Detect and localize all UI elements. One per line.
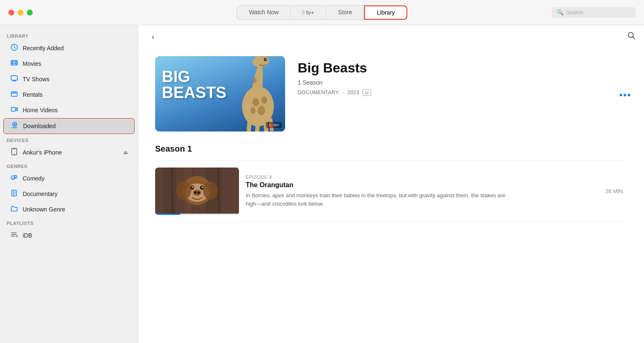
episode-thumbnail xyxy=(155,168,239,215)
show-poster: BIGBEASTS 🍎tv+ xyxy=(155,56,285,132)
svg-line-37 xyxy=(257,122,258,132)
show-genre: DOCUMENTARY xyxy=(298,90,339,95)
search-bar[interactable]: 🔍 Search xyxy=(552,7,636,18)
film-icon xyxy=(10,59,18,68)
apple-logo-icon:  xyxy=(302,9,304,15)
tab-watch-now[interactable]: Watch Now xyxy=(236,5,291,20)
sidebar-item-home-videos[interactable]: Home Videos xyxy=(3,103,135,118)
sidebar-item-unknown-genre[interactable]: Unknown Genre xyxy=(3,202,135,217)
svg-rect-41 xyxy=(164,168,176,215)
svg-point-31 xyxy=(252,98,259,106)
show-seasons: 1 Season xyxy=(298,79,627,86)
show-title: Big Beasts xyxy=(298,60,627,76)
sidebar-item-idb-label: iDB xyxy=(23,232,128,239)
maximize-button[interactable] xyxy=(27,10,33,15)
close-button[interactable] xyxy=(8,10,14,15)
episode-divider-bottom xyxy=(155,222,627,222)
progress-bar-fill xyxy=(155,214,180,215)
sidebar: Library Recently Added Movies xyxy=(0,25,138,343)
sidebar-section-playlists: Playlists xyxy=(0,217,138,227)
show-meta: DOCUMENTARY · 2023 U xyxy=(298,89,627,96)
video-icon xyxy=(10,106,18,115)
svg-rect-1 xyxy=(11,61,18,65)
ellipsis-icon: ••• xyxy=(619,90,631,100)
sidebar-item-comedy-label: Comedy xyxy=(23,175,128,182)
svg-point-54 xyxy=(194,191,197,194)
sidebar-section-devices: Devices xyxy=(0,134,138,144)
masks-icon xyxy=(10,174,18,183)
sidebar-section-genres: Genres xyxy=(0,160,138,170)
search-placeholder: Search xyxy=(566,9,583,15)
sidebar-section-library: Library xyxy=(0,30,138,40)
svg-point-32 xyxy=(261,96,267,104)
sidebar-item-movies[interactable]: Movies xyxy=(3,56,135,71)
sidebar-item-movies-label: Movies xyxy=(23,60,128,67)
svg-point-35 xyxy=(252,77,257,83)
sidebar-item-comedy[interactable]: Comedy xyxy=(3,171,135,186)
svg-line-44 xyxy=(172,168,173,215)
svg-point-57 xyxy=(203,181,218,200)
svg-point-14 xyxy=(14,154,15,155)
more-options-button[interactable]: ••• xyxy=(619,90,631,101)
svg-point-34 xyxy=(250,107,255,114)
svg-point-51 xyxy=(192,186,193,188)
show-info: Big Beasts 1 Season DOCUMENTARY · 2023 U xyxy=(298,56,627,96)
svg-point-28 xyxy=(265,59,266,60)
show-year: 2023 xyxy=(347,90,359,95)
meta-dot: · xyxy=(342,90,344,95)
season-section: Season 1 xyxy=(138,144,644,222)
svg-line-36 xyxy=(249,121,249,131)
svg-line-23 xyxy=(633,37,635,39)
sidebar-item-tv-shows[interactable]: TV Shows xyxy=(3,72,135,87)
content-toolbar: ‹ xyxy=(138,25,644,48)
sidebar-item-documentary-label: Documentary xyxy=(23,191,128,197)
download-icon xyxy=(10,121,19,131)
svg-point-52 xyxy=(202,186,203,188)
svg-line-46 xyxy=(218,168,219,215)
episode-title: The Orangutan xyxy=(246,181,599,189)
traffic-lights xyxy=(8,10,33,15)
content-area: ‹ xyxy=(138,25,644,343)
rating-badge: U xyxy=(363,89,371,96)
svg-point-21 xyxy=(16,235,18,237)
content-search-button[interactable] xyxy=(627,31,636,42)
svg-point-33 xyxy=(257,106,265,115)
svg-point-56 xyxy=(176,181,191,200)
apple-tv-badge: 🍎tv+ xyxy=(266,122,282,128)
tab-store[interactable]: Store xyxy=(326,5,364,20)
sidebar-item-downloaded[interactable]: Downloaded xyxy=(3,118,135,134)
eject-icon[interactable]: ⏏ xyxy=(123,150,128,155)
tab-apple-tv-plus[interactable]:  tv+ xyxy=(291,5,326,20)
sidebar-item-ankur-iphone-label: Ankur's iPhone xyxy=(23,149,119,156)
phone-icon xyxy=(10,148,18,157)
sidebar-item-recently-added-label: Recently Added xyxy=(23,45,128,52)
box-icon xyxy=(10,90,18,99)
folder-icon xyxy=(10,205,18,214)
episode-row: EPISODE 8 The Orangutan In Borneo, apes … xyxy=(155,161,627,222)
season-title: Season 1 xyxy=(155,144,627,154)
episode-duration: 28 MIN xyxy=(605,188,627,194)
svg-rect-9 xyxy=(11,92,17,96)
sidebar-item-documentary[interactable]: Documentary xyxy=(3,186,135,201)
search-icon: 🔍 xyxy=(557,9,564,15)
sidebar-item-idb[interactable]: iDB xyxy=(3,228,135,243)
tv-icon xyxy=(10,75,18,84)
episode-number: EPISODE 8 xyxy=(246,175,599,180)
sidebar-item-tv-shows-label: TV Shows xyxy=(23,76,128,83)
tab-library[interactable]: Library xyxy=(364,5,408,20)
episode-thumb-image xyxy=(155,168,239,215)
show-detail: BIGBEASTS 🍎tv+ Big Beasts 1 Season DOCUM… xyxy=(138,48,644,144)
sidebar-item-recently-added[interactable]: Recently Added xyxy=(3,41,135,56)
nav-tabs: Watch Now  tv+ Store Library xyxy=(236,5,407,20)
minimize-button[interactable] xyxy=(18,10,23,15)
sidebar-item-rentals-label: Rentals xyxy=(23,91,128,98)
episode-info: EPISODE 8 The Orangutan In Borneo, apes … xyxy=(246,175,599,208)
svg-point-55 xyxy=(197,191,200,194)
sidebar-item-rentals[interactable]: Rentals xyxy=(3,87,135,102)
episode-description: In Borneo, apes and monkeys train their … xyxy=(246,191,514,208)
svg-rect-6 xyxy=(11,76,18,80)
sidebar-item-downloaded-label: Downloaded xyxy=(23,123,127,129)
back-button[interactable]: ‹ xyxy=(147,30,159,43)
sidebar-item-ankur-iphone[interactable]: Ankur's iPhone ⏏ xyxy=(3,145,135,160)
book-icon xyxy=(10,189,18,199)
